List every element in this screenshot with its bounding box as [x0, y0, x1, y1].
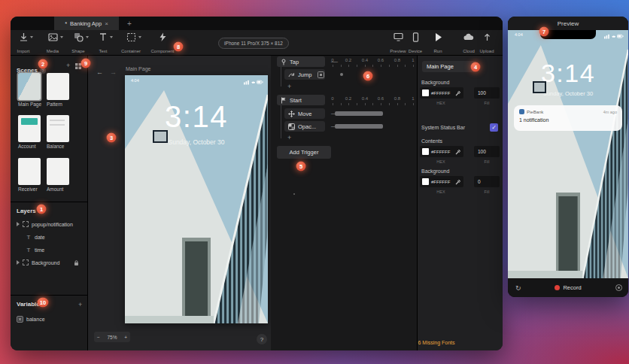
zoom-control[interactable]: − 75% + — [94, 332, 130, 342]
artboard-label[interactable]: Main Page — [126, 66, 150, 71]
help-button[interactable]: ? — [257, 334, 267, 344]
cloud-icon — [463, 32, 474, 41]
notification-card[interactable]: PieBank 4m ago 1 notification — [514, 105, 622, 131]
new-tab-button[interactable]: + — [123, 17, 135, 30]
tree-line — [281, 105, 281, 138]
add-trigger-button[interactable]: Add Trigger — [277, 146, 331, 159]
scene-label[interactable]: Receiver — [18, 187, 38, 192]
upload-button[interactable]: Upload — [477, 32, 497, 53]
timeline-tick: 0.4 — [362, 58, 368, 62]
color-swatch[interactable] — [422, 178, 429, 185]
timeline-tick: 0 — [331, 58, 333, 62]
text-button[interactable]: Text — [93, 32, 113, 53]
hex-sublabel: HEX — [436, 101, 445, 105]
layers-title: Layers — [17, 208, 36, 214]
device-selector[interactable]: iPhone 11 Pro/X 375 × 812 — [218, 38, 289, 49]
opacity-icon — [288, 123, 295, 130]
scene-label[interactable]: Amount — [47, 187, 63, 192]
forward-arrow-button[interactable]: → — [110, 68, 117, 76]
system-status-bar-label: System Status Bar — [421, 125, 465, 130]
color-swatch[interactable] — [422, 89, 429, 96]
eyedropper-icon[interactable] — [455, 179, 461, 185]
media-button[interactable]: Media — [42, 32, 63, 53]
annotation-badge-1: 1 — [37, 205, 47, 214]
tree-line — [281, 67, 281, 86]
add-variable-button[interactable]: + — [78, 301, 82, 308]
cloud-button[interactable]: Cloud — [459, 32, 479, 53]
scene-label[interactable]: Account — [18, 144, 36, 149]
import-button[interactable]: Import — [14, 32, 33, 53]
lock-icon[interactable] — [74, 260, 79, 266]
hex-value[interactable]: #FFFFFF — [431, 180, 453, 184]
timeline-marker-dot[interactable] — [340, 73, 343, 76]
zoom-in-button[interactable]: + — [124, 335, 127, 340]
tab-banking-app[interactable]: * Banking App × — [54, 17, 119, 30]
back-arrow-button[interactable]: ← — [96, 68, 103, 76]
scene-label[interactable]: Main Page — [18, 102, 41, 107]
expand-caret-icon[interactable] — [17, 222, 20, 226]
missing-fonts-warning[interactable]: 6 Missing Fonts — [403, 340, 470, 345]
hex-value[interactable]: #FFFFFF — [431, 91, 453, 96]
add-scene-button[interactable]: + — [66, 62, 70, 69]
tab-close-icon[interactable]: × — [105, 20, 108, 27]
contents-color-field[interactable]: #FFFFFF — [420, 146, 463, 157]
eyedropper-icon[interactable] — [455, 90, 461, 96]
artboard-main-page[interactable]: 4:04 3:14 Sunday, October 30 — [125, 75, 268, 323]
timeline-tick: 0.4 — [362, 96, 368, 101]
background-color-field[interactable]: #FFFFFF — [420, 87, 463, 99]
hex-value[interactable]: #FFFFFF — [431, 150, 453, 154]
fill-sublabel: Fill — [484, 190, 489, 194]
shape-button[interactable]: Shape — [68, 32, 89, 53]
trigger-start[interactable]: Start — [277, 95, 325, 105]
background2-color-field[interactable]: #FFFFFF — [420, 176, 463, 187]
expand-caret-icon[interactable] — [17, 260, 20, 265]
timeline-tick: 0.2 — [345, 58, 351, 62]
scene-thumb-receiver[interactable] — [18, 158, 41, 185]
eyedropper-icon[interactable] — [455, 149, 461, 155]
scene-thumb-amount[interactable] — [47, 158, 69, 185]
timeline-bar-opacity[interactable] — [335, 124, 383, 129]
jump-target-icon[interactable] — [318, 71, 324, 78]
preview-phone-screen[interactable]: 4:04 3:14 Sunday, October 30 PieBank 4m … — [508, 30, 628, 278]
scene-thumb-account[interactable] — [18, 115, 41, 142]
import-icon — [20, 32, 28, 42]
layer-row-time[interactable]: T time — [26, 247, 44, 253]
run-button[interactable]: Run — [430, 32, 446, 53]
scene-label[interactable]: Balance — [47, 144, 65, 149]
scene-thumb-pattern[interactable] — [47, 73, 69, 100]
device-button[interactable]: Device — [406, 32, 425, 53]
contents-fill-field[interactable]: 100 — [474, 146, 500, 157]
scene-label[interactable]: Pattern — [47, 102, 62, 107]
scene-name-field[interactable]: Main Page — [422, 61, 476, 72]
record-button[interactable]: Record — [563, 284, 581, 291]
container-button[interactable]: Container — [118, 32, 144, 53]
import-label: Import — [17, 49, 29, 53]
restart-icon[interactable]: ↻ — [515, 278, 521, 297]
layer-row-background[interactable]: Background — [17, 259, 59, 265]
selection-handle[interactable] — [153, 130, 168, 143]
component-button[interactable]: Component — [147, 32, 178, 53]
background2-fill-field[interactable]: 0 — [474, 176, 500, 187]
add-response-button[interactable]: + — [287, 134, 291, 141]
response-move[interactable]: Move — [284, 108, 325, 119]
system-status-bar-checkbox[interactable]: ✓ — [490, 123, 498, 132]
settings-icon[interactable] — [615, 284, 622, 291]
jump-icon — [288, 71, 295, 77]
preview-label: Preview — [390, 49, 406, 53]
variable-row-balance[interactable]: balance — [17, 316, 45, 323]
background-fill-field[interactable]: 100 — [474, 87, 500, 99]
scene-thumb-balance[interactable] — [47, 115, 69, 142]
scene-thumb-main-page[interactable] — [18, 73, 41, 100]
color-swatch[interactable] — [422, 148, 429, 155]
canvas[interactable]: ← → Main Page — [88, 56, 271, 350]
timeline-bar-move[interactable] — [335, 111, 383, 116]
add-response-button[interactable]: + — [287, 83, 291, 90]
layer-row-popup[interactable]: popup/notification — [17, 221, 73, 227]
zoom-out-button[interactable]: − — [97, 335, 100, 340]
trigger-tap-label: Tap — [290, 59, 299, 65]
response-move-label: Move — [298, 111, 311, 117]
layer-row-date[interactable]: T date — [26, 234, 45, 241]
response-opacity[interactable]: Opac... — [284, 121, 325, 132]
shape-icon — [74, 32, 84, 42]
trigger-tap[interactable]: Tap — [277, 56, 325, 67]
